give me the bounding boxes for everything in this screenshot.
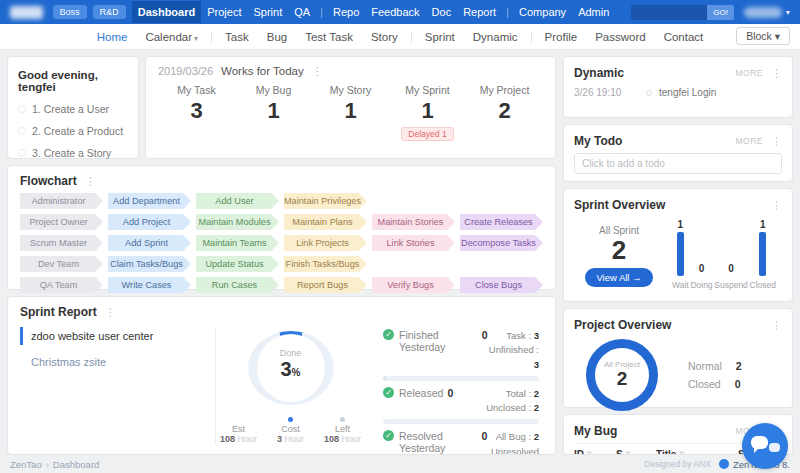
greeting-panel: Good evening, tengfei 1. Create a User 2… [7,56,139,159]
kebab-menu-icon[interactable]: ⋮ [312,66,323,77]
sprint-item-active[interactable]: zdoo website user center [20,327,215,345]
flow-step[interactable]: Maintain Stories [372,214,455,230]
view-all-button[interactable]: View All → [585,268,652,287]
column-label: S [616,449,623,455]
bar-doing: 0 Doing [690,219,712,290]
hour-value: 3 Hour [277,434,304,444]
stat-my-task[interactable]: My Task 3 [158,84,235,141]
flow-step[interactable]: Add Department [108,193,191,209]
tab-sprint[interactable]: Sprint [416,27,464,47]
flow-step[interactable]: Close Bugs [460,277,543,293]
hour-label: Left [324,424,361,434]
dynamic-entry[interactable]: 3/26 19:10 tengfei Login [564,85,792,100]
nav-admin[interactable]: Admin [572,1,615,23]
flow-step[interactable]: Add User [196,193,279,209]
nav-report[interactable]: Report [457,1,502,23]
zentao-logo[interactable] [10,6,43,19]
tab-home[interactable]: Home [88,27,137,47]
divider [411,31,412,43]
tab-task[interactable]: Task [216,27,258,47]
stat-my-project[interactable]: My Project 2 [466,84,543,141]
side-label: Unclosed : [486,402,531,413]
tab-bug[interactable]: Bug [258,27,296,47]
more-link[interactable]: MORE [736,68,764,78]
nav-dashboard[interactable]: Dashboard [132,1,201,23]
flow-step[interactable]: Write Cases [108,277,191,293]
flow-step[interactable]: Maintain Modules [196,214,279,230]
flow-step[interactable]: Maintain Plans [284,214,367,230]
guide-item-create-product[interactable]: 2. Create a Product [18,125,128,137]
zentao-logo-icon [719,459,729,469]
flow-step[interactable]: Dev Team [20,256,103,272]
flow-step[interactable]: Verify Bugs [372,277,455,293]
tab-story[interactable]: Story [362,27,407,47]
breadcrumb-page[interactable]: Dashboard [53,459,99,470]
tab-calendar[interactable]: Calendar▾ [136,27,207,47]
flow-step[interactable]: QA Team [20,277,103,293]
flow-step[interactable]: Scrum Master [20,235,103,251]
flowchart-header: Flowchart ⋮ [20,174,543,188]
guide-item-create-story[interactable]: 3. Create a Story [18,147,128,159]
nav-repo[interactable]: Repo [327,1,365,23]
search-input[interactable] [631,5,707,20]
sprint-item[interactable]: Christmas zsite [20,353,215,371]
chat-fab-button[interactable] [742,423,788,469]
tab-profile[interactable]: Profile [536,27,587,47]
kebab-menu-icon[interactable]: ⋮ [85,176,96,187]
check-icon: ✓ [383,329,394,340]
kebab-menu-icon[interactable]: ⋮ [771,136,782,147]
flow-step[interactable]: Decompose Tasks [460,235,543,251]
flow-step[interactable]: Maintain Privileges [284,193,367,209]
breadcrumb-root[interactable]: ZenTao [10,459,42,470]
flow-step[interactable]: Claim Tasks/Bugs [108,256,191,272]
kebab-menu-icon[interactable]: ⋮ [771,320,782,331]
flow-step[interactable]: Create Releases [460,214,543,230]
flow-step[interactable]: Project Owner [20,214,103,230]
stat-my-story[interactable]: My Story 1 [312,84,389,141]
divider [211,31,212,43]
stat-my-bug[interactable]: My Bug 1 [235,84,312,141]
nav-qa[interactable]: QA [288,1,316,23]
guide-item-create-user[interactable]: 1. Create a User [18,103,128,115]
flow-step[interactable]: Maintain Teams [196,235,279,251]
stat-my-sprint[interactable]: My Sprint 1 Delayed 1 [389,84,466,141]
kebab-menu-icon[interactable]: ⋮ [771,68,782,79]
boss-badge[interactable]: Boss [53,5,87,19]
nav-doc[interactable]: Doc [426,1,458,23]
flow-step[interactable]: Link Stories [372,235,455,251]
column-id[interactable]: ID⇅ [574,449,616,455]
flow-step[interactable]: Administrator [20,193,103,209]
column-severity[interactable]: S⇅ [616,449,656,455]
nav-company[interactable]: Company [513,1,572,23]
flow-step[interactable]: Link Projects [284,235,367,251]
rd-badge[interactable]: R&D [93,5,126,19]
column-title[interactable]: Title⇅ [656,449,738,455]
search-go-button[interactable]: GO! [707,5,734,20]
kebab-menu-icon[interactable]: ⋮ [105,307,116,318]
stat-label: My Story [312,84,389,96]
sort-icon[interactable]: ⇅ [678,450,685,455]
flow-step[interactable]: Update Status [196,256,279,272]
tab-test-task[interactable]: Test Task [296,27,362,47]
flow-step[interactable]: Report Bugs [284,277,367,293]
flow-step[interactable]: Run Cases [196,277,279,293]
tab-contact[interactable]: Contact [655,27,713,47]
metric-label: Resolved Yesterday [399,430,477,454]
nav-project[interactable]: Project [201,1,247,23]
add-todo-input[interactable] [574,153,782,174]
side-label: Unresolved : [491,446,539,456]
sort-icon[interactable]: ⇅ [625,450,632,455]
more-link[interactable]: MORE [736,136,764,146]
user-menu[interactable]: ▾ [744,7,790,18]
block-button[interactable]: Block ▾ [736,27,790,45]
kebab-menu-icon[interactable]: ⋮ [771,200,782,211]
flow-step[interactable]: Finish Tasks/Bugs [284,256,367,272]
flow-step[interactable]: Add Sprint [108,235,191,251]
stat-value: 1 [389,99,466,123]
sort-icon[interactable]: ⇅ [586,450,593,455]
tab-password[interactable]: Password [586,27,655,47]
nav-sprint[interactable]: Sprint [247,1,288,23]
nav-feedback[interactable]: Feedback [365,1,425,23]
flow-step[interactable]: Add Project [108,214,191,230]
tab-dynamic[interactable]: Dynamic [464,27,527,47]
